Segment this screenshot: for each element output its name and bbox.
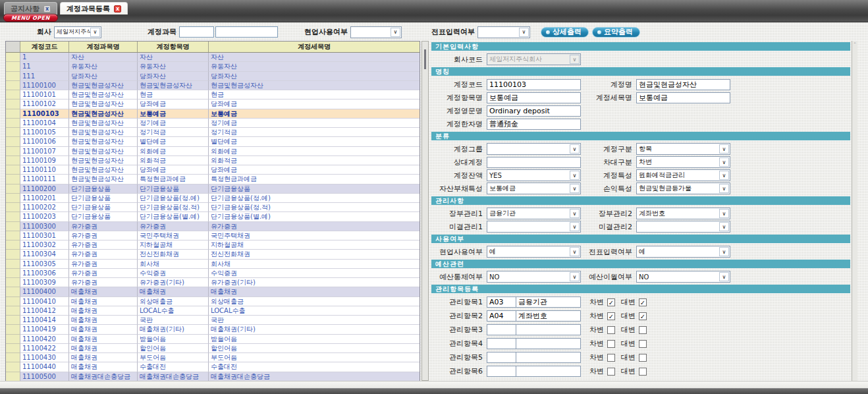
table-row[interactable]: 11100306유가증권수익증권수익증권 bbox=[6, 269, 420, 278]
account-code-field[interactable] bbox=[487, 79, 581, 90]
account-hanja-name-field[interactable] bbox=[487, 119, 581, 130]
row-selector[interactable] bbox=[6, 184, 20, 194]
management-item-code-field[interactable] bbox=[487, 296, 516, 308]
credit-checkbox[interactable] bbox=[639, 354, 647, 362]
row-selector[interactable] bbox=[6, 165, 20, 175]
table-row[interactable]: 11100500매출채권대손충당금매출채권대손충당금매출채권대손충당금 bbox=[6, 372, 420, 381]
table-row[interactable]: 11100414매출채권국판국판 bbox=[6, 316, 420, 325]
row-selector[interactable] bbox=[6, 372, 20, 381]
table-row[interactable]: 11100305유가증권회사채회사채 bbox=[6, 260, 420, 269]
table-row[interactable]: 11100304유가증권전신전화채권전신전화채권 bbox=[6, 250, 420, 259]
row-selector[interactable] bbox=[6, 278, 20, 287]
table-row[interactable]: 11100106현금및현금성자산별단예금별단예금 bbox=[6, 137, 420, 146]
account-balance-select[interactable]: YES∨ bbox=[487, 169, 581, 181]
table-row[interactable]: 11100103현금및현금성자산보통예금보통예금 bbox=[6, 109, 420, 119]
field-use-yn-select[interactable]: 예∨ bbox=[487, 246, 581, 258]
management-item-code-field[interactable] bbox=[487, 366, 516, 377]
table-row[interactable]: 11100410매출채권외상매출금외상매출금 bbox=[6, 297, 420, 306]
table-row[interactable]: 11100203단기금융상품단기금융상품(별.예)단기금융상품(별.예) bbox=[6, 212, 420, 221]
row-selector[interactable] bbox=[6, 72, 20, 81]
debit-checkbox[interactable] bbox=[607, 368, 615, 376]
credit-checkbox[interactable] bbox=[639, 340, 647, 348]
account-name-field[interactable] bbox=[636, 79, 730, 90]
table-row[interactable]: 11100430매출채권부도어음부도어음 bbox=[6, 353, 420, 362]
account-english-name-field[interactable] bbox=[487, 105, 581, 117]
row-selector[interactable] bbox=[6, 316, 20, 325]
management-item-code-field[interactable] bbox=[487, 338, 516, 349]
panel-vertical-scrollbar[interactable]: ˄ bbox=[852, 41, 857, 381]
table-row[interactable]: 11100301유가증권국민주택채권국민주택채권 bbox=[6, 231, 420, 240]
table-row[interactable]: 11100100현금및현금성자산현금및현금성자산현금및현금성자산 bbox=[6, 81, 420, 90]
slip-input-yn-select[interactable]: 예∨ bbox=[636, 246, 730, 258]
table-row[interactable]: 11100101현금및현금성자산현금현금 bbox=[6, 90, 420, 99]
menu-open-button[interactable]: MENU OPEN bbox=[3, 14, 58, 22]
row-selector[interactable] bbox=[6, 231, 20, 240]
account-code-input[interactable] bbox=[179, 26, 214, 38]
table-row[interactable]: 11100420매출채권받을어음받을어음 bbox=[6, 335, 420, 344]
row-selector[interactable] bbox=[6, 269, 20, 278]
row-selector[interactable] bbox=[6, 287, 20, 296]
account-name-input[interactable] bbox=[215, 26, 278, 38]
table-row[interactable]: 11100200단기금융상품단기금융상품단기금융상품 bbox=[6, 184, 420, 194]
table-row[interactable]: 11100400매출채권매출채권매출채권 bbox=[6, 287, 420, 296]
management-item-name-field[interactable] bbox=[516, 296, 581, 308]
row-selector[interactable] bbox=[6, 156, 20, 165]
open-item-mgmt-1-select[interactable]: ∨ bbox=[487, 221, 581, 233]
table-row[interactable]: 11유동자산유동자산유동자산 bbox=[6, 62, 420, 71]
table-row[interactable]: 11100302유가증권지하철공채지하철공채 bbox=[6, 240, 420, 250]
row-selector[interactable] bbox=[6, 119, 20, 128]
management-item-name-field[interactable] bbox=[516, 310, 581, 322]
row-selector[interactable] bbox=[6, 203, 20, 212]
debit-checkbox[interactable]: ✓ bbox=[607, 298, 615, 306]
table-row[interactable]: 11100309유가증권유가증권(기타)유가증권(기타) bbox=[6, 278, 420, 287]
row-selector[interactable] bbox=[6, 99, 20, 109]
table-row[interactable]: 11100412매출채권LOCAL수출LOCAL수출 bbox=[6, 306, 420, 316]
profit-loss-attribute-select[interactable]: 현금및현금등가물∨ bbox=[636, 183, 730, 194]
slip-input-select[interactable]: ∨ bbox=[477, 26, 530, 38]
debit-checkbox[interactable] bbox=[607, 326, 615, 334]
grid-scrollbar-thumb[interactable] bbox=[424, 49, 426, 69]
credit-checkbox[interactable]: ✓ bbox=[639, 312, 647, 320]
table-row[interactable]: 11100102현금및현금성자산당좌예금당좌예금 bbox=[6, 99, 420, 109]
account-attribute-select[interactable]: 원화예적금관리∨ bbox=[636, 169, 730, 181]
management-item-code-field[interactable] bbox=[487, 352, 516, 363]
summary-print-button[interactable]: 요약출력 bbox=[592, 27, 640, 38]
tab-account-registration[interactable]: 계정과목등록 x bbox=[60, 2, 128, 14]
open-item-mgmt-2-select[interactable]: ∨ bbox=[636, 221, 730, 233]
budget-control-yn-select[interactable]: NO∨ bbox=[487, 271, 581, 283]
tab-account-registration-close-icon[interactable]: x bbox=[114, 5, 121, 13]
table-row[interactable]: 111당좌자산당좌자산당좌자산 bbox=[6, 72, 420, 81]
table-row[interactable]: 11100107현금및현금성자산외화예금외화예금 bbox=[6, 147, 420, 156]
table-row[interactable]: 11100104현금및현금성자산정기예금정기예금 bbox=[6, 119, 420, 128]
asset-liability-attribute-select[interactable]: 보통예금∨ bbox=[487, 183, 581, 194]
table-row[interactable]: 11100110현금및현금성자산당좌예금당좌예금 bbox=[6, 165, 420, 175]
debit-checkbox[interactable] bbox=[607, 340, 615, 348]
table-row[interactable]: 1자산자산자산 bbox=[6, 53, 420, 62]
ledger-mgmt-1-select[interactable]: 금융기관∨ bbox=[487, 208, 581, 219]
row-selector[interactable] bbox=[6, 147, 20, 156]
debit-checkbox[interactable]: ✓ bbox=[607, 312, 615, 320]
credit-checkbox[interactable] bbox=[639, 368, 647, 376]
debit-credit-class-select[interactable]: 차변∨ bbox=[636, 156, 730, 168]
management-item-name-field[interactable] bbox=[516, 366, 581, 377]
row-selector[interactable] bbox=[6, 240, 20, 250]
counter-account-field[interactable] bbox=[487, 157, 581, 168]
row-selector[interactable] bbox=[6, 260, 20, 269]
account-detail-name-field[interactable] bbox=[636, 92, 730, 103]
table-row[interactable]: 11100419매출채권매출채권(기타)매출채권(기타) bbox=[6, 325, 420, 334]
table-row[interactable]: 11100202단기금융상품단기금융상품(정.적)단기금융상품(정.적) bbox=[6, 203, 420, 212]
table-row[interactable]: 11100109현금및현금성자산외화적금외화적금 bbox=[6, 156, 420, 165]
row-selector[interactable] bbox=[6, 297, 20, 306]
tab-notice-close-icon[interactable]: x bbox=[43, 5, 51, 13]
tab-notice[interactable]: 공지사항 x bbox=[4, 2, 57, 14]
management-item-name-field[interactable] bbox=[516, 338, 581, 349]
ledger-mgmt-2-select[interactable]: 계좌번호∨ bbox=[636, 208, 730, 219]
row-selector[interactable] bbox=[6, 175, 20, 184]
table-row[interactable]: 11100201단기금융상품단기금융상품(정.예)단기금융상품(정.예) bbox=[6, 194, 420, 203]
row-selector[interactable] bbox=[6, 353, 20, 362]
row-selector[interactable] bbox=[6, 222, 20, 231]
account-item-name-field[interactable] bbox=[487, 92, 581, 103]
detail-print-button[interactable]: 상세출력 bbox=[541, 27, 589, 38]
account-group-select[interactable]: ∨ bbox=[487, 143, 581, 155]
management-item-code-field[interactable] bbox=[487, 310, 516, 322]
